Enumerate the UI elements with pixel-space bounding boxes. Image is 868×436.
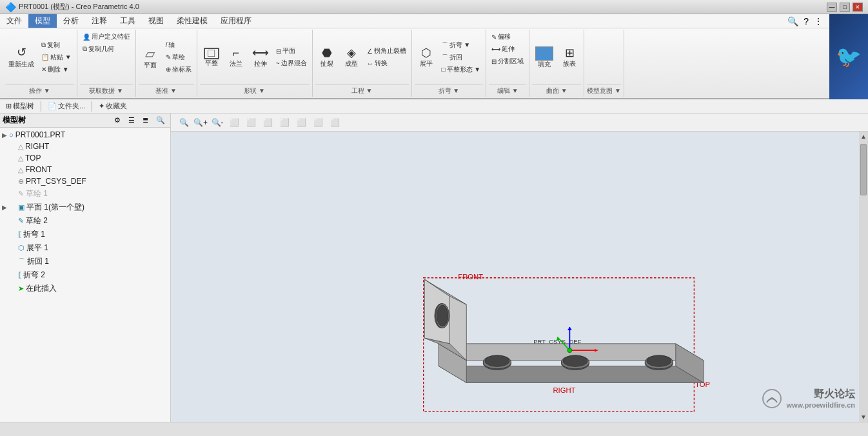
tree-item-flat1[interactable]: ⬡ 展平 1	[0, 241, 170, 255]
view-btn-7[interactable]: ⬜	[327, 115, 342, 130]
extrude-button[interactable]: ⟷ 拉伸	[249, 45, 272, 70]
tree-item-sketch1[interactable]: ✎ 草绘 1	[0, 187, 170, 201]
panel-search-icon[interactable]: 🔍	[153, 115, 168, 126]
menu-applications[interactable]: 应用程序	[214, 14, 258, 28]
view-btn-3[interactable]: ⬜	[260, 115, 275, 130]
boundary-blend-button[interactable]: ~ 边界混合	[273, 57, 310, 69]
tear-button[interactable]: ⬣ 扯裂	[315, 45, 339, 70]
minimize-button[interactable]: —	[827, 3, 837, 12]
help-icon-top[interactable]: ?	[804, 16, 809, 26]
view-btn-1[interactable]: ⬜	[226, 115, 242, 130]
menu-flexible[interactable]: 柔性建模	[170, 14, 214, 28]
model-tree-tab[interactable]: ⊞ 模型树	[3, 100, 37, 112]
tree-item-insert[interactable]: ➤ 在此插入	[0, 282, 170, 295]
plane-shape-button[interactable]: ⊟ 平面	[273, 45, 310, 57]
expand-plane1[interactable]: ▶	[0, 204, 9, 211]
file-folder-tab[interactable]: 📄 文件夹...	[44, 100, 88, 112]
view-btn-2[interactable]: ⬜	[243, 115, 259, 130]
group-datum-label[interactable]: 基准 ▼	[139, 84, 194, 97]
svg-point-22	[647, 355, 671, 366]
window-controls[interactable]: — □ ✕	[827, 3, 863, 12]
separator-2	[92, 101, 92, 112]
panel-view-icon[interactable]: ☰	[126, 115, 137, 126]
close-button[interactable]: ✕	[853, 3, 863, 12]
convert-button[interactable]: ↔ 转换	[364, 57, 409, 69]
scroll-down-arrow[interactable]: ▼	[859, 412, 868, 422]
paste-button[interactable]: 📋 粘贴 ▼	[39, 52, 74, 63]
favorites-tab[interactable]: ✦ 收藏夹	[95, 100, 130, 112]
maximize-button[interactable]: □	[840, 3, 850, 12]
copy-geom-button[interactable]: ⧉ 复制几何	[80, 43, 117, 55]
top-label: TOP	[25, 154, 41, 163]
group-model-intent-label[interactable]: 模型意图 ▼	[587, 84, 621, 97]
regenerate-button[interactable]: ↺ 重新生成	[5, 44, 37, 70]
split-region-button[interactable]: ⊟ 分割区域	[489, 55, 526, 67]
tree-item-csys[interactable]: ⊕ PRT_CSYS_DEF	[0, 175, 170, 187]
group-edit-label[interactable]: 编辑 ▼	[489, 84, 526, 97]
tree-item-bend2[interactable]: ⟦ 折弯 2	[0, 268, 170, 282]
view-btn-4[interactable]: ⬜	[277, 115, 292, 130]
more-icon-top[interactable]: ⋮	[814, 16, 823, 26]
panel-filter-icon[interactable]: ≣	[140, 115, 151, 126]
fold-button[interactable]: ⌒ 折回	[439, 52, 484, 63]
menu-file[interactable]: 文件	[0, 14, 28, 28]
scroll-thumb[interactable]	[860, 144, 867, 195]
menu-view[interactable]: 视图	[142, 14, 170, 28]
user-feature-button[interactable]: 👤 用户定义特征	[80, 31, 133, 43]
copy-button[interactable]: ⧉ 复制	[39, 39, 74, 51]
group-bend-label[interactable]: 折弯 ▼	[415, 84, 484, 97]
extend-button[interactable]: ⟷ 延伸	[489, 43, 517, 55]
panel-settings-icon[interactable]: ⚙	[112, 115, 123, 126]
menu-tools[interactable]: 工具	[113, 14, 142, 28]
group-getdata-label[interactable]: 获取数据 ▼	[80, 84, 133, 97]
paste-icon: 📋	[41, 54, 49, 61]
extrude-icon: ⟷	[252, 46, 269, 61]
family-table-button[interactable]: ⊞ 族表	[558, 45, 581, 70]
menu-model[interactable]: 模型	[28, 14, 57, 28]
delete-button[interactable]: ✕ 删除 ▼	[39, 64, 74, 75]
group-engineering-label[interactable]: 工程 ▼	[315, 84, 409, 97]
model-tree-label: 模型树	[13, 101, 34, 111]
view-btn-6[interactable]: ⬜	[310, 115, 326, 130]
flat-button[interactable]: □ 平整	[200, 46, 223, 69]
group-operations-items: ↺ 重新生成 ⧉ 复制 📋 粘贴 ▼ ✕ 删除 ▼	[5, 30, 74, 84]
fill-label: 填充	[538, 61, 551, 68]
group-shape-label[interactable]: 形状 ▼	[200, 84, 310, 97]
zoom-in-button[interactable]: 🔍+	[193, 115, 208, 130]
front-label: FRONT	[25, 165, 52, 174]
3d-viewport[interactable]: FRONT TOP RIGHT PRT_CSYS_DEF	[171, 132, 868, 422]
form-button[interactable]: ◈ 成型	[340, 45, 363, 70]
group-operations-label[interactable]: 操作 ▼	[5, 84, 74, 97]
fill-button[interactable]: 填充	[532, 45, 557, 70]
flat-form-button[interactable]: □ 平整形态 ▼	[439, 64, 484, 75]
tree-item-bend1[interactable]: ⟦ 折弯 1	[0, 228, 170, 241]
group-surface-label[interactable]: 曲面 ▼	[532, 84, 581, 97]
expand-prt0001[interactable]: ▶	[0, 132, 9, 139]
family-table-icon: ⊞	[565, 46, 575, 61]
menu-annotation[interactable]: 注释	[85, 14, 113, 28]
sketch-datum-button[interactable]: ✎ 草绘	[163, 52, 194, 63]
corner-relief-button[interactable]: ∠ 拐角止裂槽	[364, 45, 409, 57]
tree-item-front[interactable]: △ FRONT	[0, 164, 170, 175]
group-model-intent-items	[587, 30, 621, 84]
menu-analysis[interactable]: 分析	[57, 14, 85, 28]
tree-item-fold1[interactable]: ⌒ 折回 1	[0, 255, 170, 268]
zoom-out-button[interactable]: 🔍-	[210, 115, 225, 130]
tree-item-right[interactable]: △ RIGHT	[0, 141, 170, 152]
tree-item-prt0001[interactable]: ▶ ○ PRT0001.PRT	[0, 129, 170, 141]
plane-datum-button[interactable]: ▱ 平面	[139, 44, 162, 71]
scroll-up-arrow[interactable]: ▲	[859, 132, 868, 141]
view-btn-5[interactable]: ⬜	[293, 115, 309, 130]
offset-button[interactable]: ✎ 偏移	[489, 31, 513, 43]
viewport-scrollbar[interactable]: ▲ ▼	[859, 132, 868, 422]
flange-button[interactable]: ⌐ 法兰	[224, 45, 248, 70]
zoom-fit-button[interactable]: 🔍	[176, 115, 192, 130]
tree-item-plane1[interactable]: ▶ ▣ 平面 1(第一个壁)	[0, 201, 170, 214]
axis-button[interactable]: / 轴	[163, 39, 194, 51]
bend-button[interactable]: ⌒ 折弯 ▼	[439, 39, 484, 51]
unfold-button[interactable]: ⬡ 展平	[415, 45, 438, 70]
tree-item-sketch2[interactable]: ✎ 草绘 2	[0, 214, 170, 228]
csys-button[interactable]: ⊕ 坐标系	[163, 64, 194, 75]
tree-item-top[interactable]: △ TOP	[0, 152, 170, 164]
search-icon-top[interactable]: 🔍	[787, 16, 798, 26]
